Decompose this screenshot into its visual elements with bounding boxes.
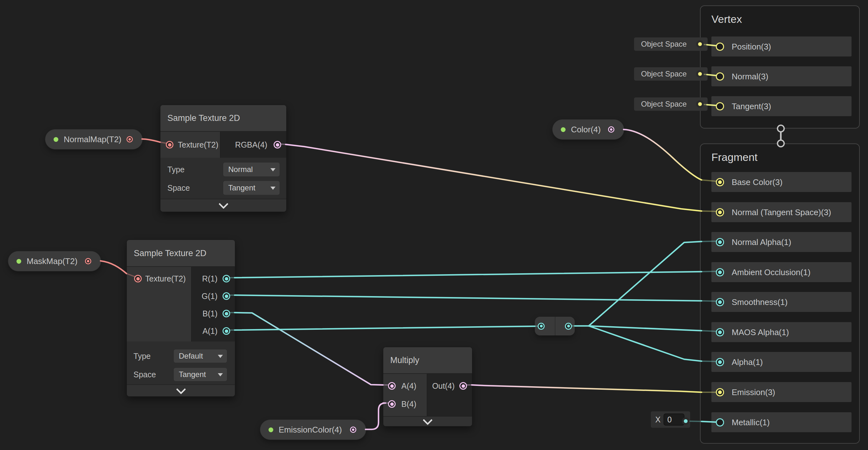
base-color-port[interactable] xyxy=(716,178,724,186)
fragment-row-normal-alpha[interactable]: Normal Alpha(1) xyxy=(711,232,851,252)
wire-redirect-to-normal-alpha[interactable] xyxy=(589,242,702,326)
sample-texture-2d-normal-node[interactable]: Sample Texture 2D Texture(T2) RGBA(4) Ty… xyxy=(160,105,287,212)
metallic-port[interactable] xyxy=(716,418,724,426)
texture-input-port[interactable] xyxy=(134,275,142,282)
g-output-port[interactable] xyxy=(222,292,230,300)
out-output-port[interactable] xyxy=(459,382,467,390)
sample-texture-2d-mask-node[interactable]: Sample Texture 2D Texture(T2) R(1) G(1) … xyxy=(126,240,235,397)
object-space-chip-position[interactable]: Object Space xyxy=(634,37,708,51)
space-dropdown[interactable]: Tangent xyxy=(223,180,280,195)
collapse-strip[interactable] xyxy=(127,384,235,396)
space-label: Space xyxy=(167,184,190,193)
input-port-cell xyxy=(383,374,427,416)
wire-normalmap-to-texture[interactable] xyxy=(142,139,160,142)
vertex-row-normal[interactable]: Normal(3) xyxy=(711,66,851,86)
fragment-row-label: Smoothness(1) xyxy=(732,297,787,307)
output-port-label: A(1) xyxy=(203,327,217,336)
fragment-row-ambient-occlusion[interactable]: Ambient Occlusion(1) xyxy=(711,262,851,282)
property-pill-color[interactable]: Color(4) xyxy=(552,119,624,140)
emissioncolor-output-port[interactable] xyxy=(350,426,356,433)
wire-redirect-to-maos-alpha[interactable] xyxy=(589,326,702,331)
wire-maskmap-to-texture[interactable] xyxy=(100,261,126,274)
a-output-port[interactable] xyxy=(222,327,230,335)
object-space-label: Object Space xyxy=(641,40,687,49)
b-input-port[interactable] xyxy=(388,400,396,408)
space-dropdown-value: Tangent xyxy=(179,370,206,379)
a-input-port[interactable] xyxy=(388,382,396,390)
redirect-input-port[interactable] xyxy=(538,323,545,330)
vertex-row-tangent[interactable]: Tangent(3) xyxy=(711,96,851,116)
type-dropdown[interactable]: Default xyxy=(174,349,227,363)
fragment-row-label: Ambient Occlusion(1) xyxy=(732,267,811,277)
fragment-row-normal-tangent-space[interactable]: Normal (Tangent Space)(3) xyxy=(711,202,851,222)
metallic-default-dot[interactable] xyxy=(684,419,688,423)
node-header[interactable]: Sample Texture 2D xyxy=(160,105,286,132)
smoothness-port[interactable] xyxy=(716,298,724,306)
object-space-dot[interactable] xyxy=(698,102,702,106)
node-header[interactable]: Sample Texture 2D xyxy=(127,240,235,267)
object-space-chip-tangent[interactable]: Object Space xyxy=(634,97,708,111)
space-dropdown[interactable]: Tangent xyxy=(174,367,227,382)
b-output-port[interactable] xyxy=(222,310,230,317)
shader-graph-canvas[interactable]: Vertex Position(3) Normal(3) Tangent(3) … xyxy=(0,0,868,450)
wire-out-to-emission[interactable] xyxy=(472,385,702,392)
vertex-block[interactable]: Vertex Position(3) Normal(3) Tangent(3) xyxy=(700,5,860,129)
input-port-label: Texture(T2) xyxy=(178,140,218,149)
multiply-node[interactable]: Multiply A(4) B(4) Out(4) xyxy=(383,347,472,426)
wire-emissioncolor-to-multiply-b[interactable] xyxy=(366,403,385,429)
wire-rgba-to-normal-tangent-space[interactable] xyxy=(286,144,702,211)
redirect-node[interactable] xyxy=(535,317,575,335)
metallic-value-input[interactable]: 0 xyxy=(663,414,684,426)
object-space-chip-normal[interactable]: Object Space xyxy=(634,67,708,81)
fragment-row-label: Normal (Tangent Space)(3) xyxy=(732,207,831,217)
wire-g-to-smoothness[interactable] xyxy=(235,295,702,301)
vertex-block-title: Vertex xyxy=(711,13,742,25)
maos-alpha-port[interactable] xyxy=(716,328,724,336)
maskmap-output-port[interactable] xyxy=(85,258,91,264)
wire-a-to-redirect[interactable] xyxy=(235,326,535,330)
tangent-port[interactable] xyxy=(716,102,724,110)
type-dropdown[interactable]: Normal xyxy=(223,162,280,177)
vertex-row-position[interactable]: Position(3) xyxy=(711,36,851,56)
space-dropdown-value: Tangent xyxy=(228,184,255,192)
wire-redirect-to-alpha[interactable] xyxy=(589,326,702,361)
property-pill-maskmap[interactable]: MaskMap(T2) xyxy=(8,251,101,271)
fragment-row-maos-alpha[interactable]: MAOS Alpha(1) xyxy=(711,322,851,342)
object-space-dot[interactable] xyxy=(698,72,702,76)
ambient-occlusion-port[interactable] xyxy=(716,268,724,276)
rgba-output-port[interactable] xyxy=(274,141,281,148)
texture-input-port[interactable] xyxy=(166,141,174,148)
fragment-row-metallic[interactable]: Metallic(1) xyxy=(711,412,851,432)
vertex-row-label: Normal(3) xyxy=(732,72,769,81)
normal-port[interactable] xyxy=(716,72,724,81)
node-header[interactable]: Multiply xyxy=(383,347,472,374)
output-port-cell xyxy=(427,374,472,416)
normal-alpha-port[interactable] xyxy=(716,238,724,246)
input-port-label: A(4) xyxy=(401,382,416,391)
fragment-row-label: Alpha(1) xyxy=(732,357,763,367)
alpha-port[interactable] xyxy=(716,358,724,366)
object-space-label: Object Space xyxy=(641,69,687,78)
collapse-strip[interactable] xyxy=(160,199,286,212)
redirect-output-port[interactable] xyxy=(565,323,572,330)
fragment-row-base-color[interactable]: Base Color(3) xyxy=(711,172,851,192)
emission-port[interactable] xyxy=(716,388,724,396)
wire-b-to-multiply-a[interactable] xyxy=(235,313,383,385)
fragment-row-smoothness[interactable]: Smoothness(1) xyxy=(711,292,851,312)
collapse-strip[interactable] xyxy=(383,416,472,426)
fragment-block[interactable]: Fragment Base Color(3) Normal (Tangent S… xyxy=(700,143,860,444)
property-dot-icon xyxy=(269,427,273,432)
color-output-port[interactable] xyxy=(608,126,614,133)
object-space-dot[interactable] xyxy=(698,42,702,46)
property-pill-emissioncolor[interactable]: EmissionColor(4) xyxy=(260,420,366,440)
fragment-row-emission[interactable]: Emission(3) xyxy=(711,382,851,402)
normalmap-output-port[interactable] xyxy=(126,136,133,142)
wire-color-to-base-color[interactable] xyxy=(624,130,702,180)
position-port[interactable] xyxy=(716,43,724,51)
property-pill-normalmap[interactable]: NormalMap(T2) xyxy=(45,129,143,149)
fragment-row-alpha[interactable]: Alpha(1) xyxy=(711,352,851,372)
fragment-row-label: MAOS Alpha(1) xyxy=(732,327,789,337)
r-output-port[interactable] xyxy=(222,275,230,282)
wire-r-to-ambient-occlusion[interactable] xyxy=(235,272,702,278)
normal-tangent-space-port[interactable] xyxy=(716,208,724,217)
